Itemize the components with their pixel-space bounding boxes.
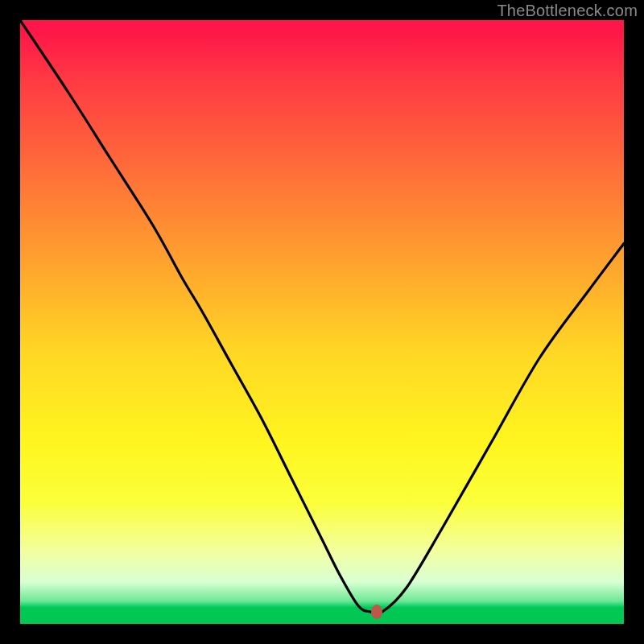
watermark-text: TheBottleneck.com bbox=[497, 2, 638, 20]
optimum-marker bbox=[371, 605, 382, 619]
chart-frame: TheBottleneck.com bbox=[0, 0, 644, 644]
bottleneck-curve bbox=[20, 20, 624, 624]
plot-area bbox=[20, 20, 624, 624]
